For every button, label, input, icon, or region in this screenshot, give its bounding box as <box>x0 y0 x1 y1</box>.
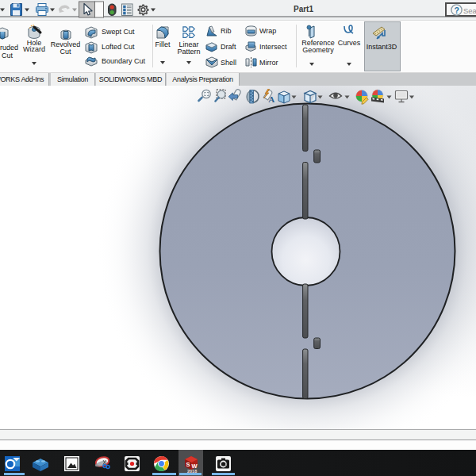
svg-text:?: ? <box>455 6 459 15</box>
svg-text:S: S <box>186 461 190 468</box>
svg-text:A: A <box>268 94 274 104</box>
